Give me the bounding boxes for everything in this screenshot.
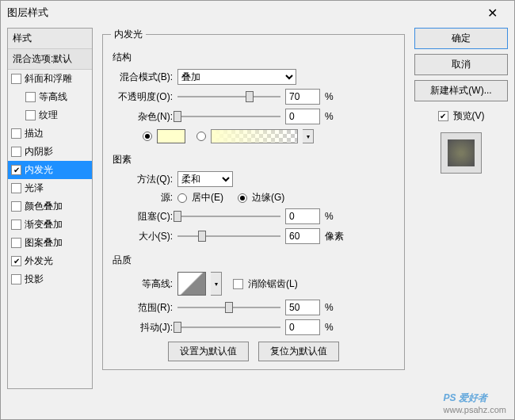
pct-label: %: [325, 91, 334, 102]
right-buttons: 确定 取消 新建样式(W)... 预览(V): [414, 28, 508, 389]
sidebar-item-0[interactable]: 斜面和浮雕: [8, 70, 92, 88]
antialias-checkbox[interactable]: [233, 279, 243, 289]
style-checkbox[interactable]: [11, 256, 21, 266]
layer-style-dialog: 图层样式 ✕ 样式 混合选项:默认 斜面和浮雕等高线纹理描边内阴影内发光光泽颜色…: [0, 0, 515, 420]
opacity-input[interactable]: 70: [285, 89, 320, 105]
color-radio[interactable]: [143, 132, 152, 141]
style-label: 内阴影: [25, 145, 53, 158]
style-label: 内发光: [25, 163, 53, 177]
antialias-label: 消除锯齿(L): [248, 277, 298, 291]
quality-heading: 品质: [113, 254, 396, 267]
structure-heading: 结构: [113, 51, 396, 64]
style-label: 图案叠加: [25, 236, 63, 250]
pct-label: %: [325, 322, 334, 333]
main-panel: 内发光 结构 混合模式(B): 叠加 不透明度(O): 70 % 杂色(N): …: [99, 28, 408, 389]
style-checkbox[interactable]: [25, 92, 36, 102]
choke-slider[interactable]: [177, 209, 280, 223]
noise-slider[interactable]: [177, 109, 280, 124]
noise-label: 杂色(N):: [111, 110, 173, 124]
sidebar-item-2[interactable]: 纹理: [8, 106, 92, 124]
preview-checkbox[interactable]: [438, 111, 448, 121]
range-label: 范围(R):: [111, 301, 173, 315]
style-checkbox[interactable]: [11, 201, 21, 212]
style-label: 描边: [25, 127, 44, 140]
style-checkbox[interactable]: [11, 165, 21, 175]
opacity-slider[interactable]: [177, 90, 280, 104]
source-edge-radio[interactable]: [238, 193, 247, 203]
opacity-label: 不透明度(O):: [111, 90, 173, 104]
cancel-button[interactable]: 取消: [414, 54, 508, 75]
style-checkbox[interactable]: [11, 74, 21, 84]
gradient-swatch[interactable]: [211, 129, 298, 143]
inner-glow-group: 内发光 结构 混合模式(B): 叠加 不透明度(O): 70 % 杂色(N): …: [102, 28, 405, 370]
style-label: 颜色叠加: [25, 200, 63, 213]
titlebar: 图层样式 ✕: [1, 1, 514, 25]
jitter-label: 抖动(J):: [111, 321, 173, 334]
ok-button[interactable]: 确定: [414, 28, 508, 49]
preview-label: 预览(V): [453, 109, 485, 123]
blending-options[interactable]: 混合选项:默认: [8, 49, 92, 70]
set-default-button[interactable]: 设置为默认值: [168, 342, 249, 361]
noise-input[interactable]: 0: [285, 109, 320, 124]
styles-sidebar: 样式 混合选项:默认 斜面和浮雕等高线纹理描边内阴影内发光光泽颜色叠加渐变叠加图…: [7, 28, 93, 389]
contour-dropdown-icon[interactable]: ▾: [211, 272, 222, 296]
contour-label: 等高线:: [111, 277, 173, 291]
color-swatch[interactable]: [157, 129, 185, 143]
dialog-title: 图层样式: [7, 6, 476, 20]
sidebar-item-11[interactable]: 投影: [8, 270, 92, 288]
style-checkbox[interactable]: [11, 220, 21, 230]
preview-thumbnail: [441, 132, 482, 174]
size-slider[interactable]: [177, 229, 280, 243]
sidebar-item-6[interactable]: 光泽: [8, 179, 92, 197]
sidebar-item-5[interactable]: 内发光: [8, 161, 92, 179]
blend-mode-select[interactable]: 叠加: [177, 69, 296, 85]
jitter-input[interactable]: 0: [285, 319, 320, 335]
style-label: 投影: [25, 273, 44, 286]
technique-select[interactable]: 柔和: [177, 171, 233, 187]
style-checkbox[interactable]: [11, 183, 21, 193]
pct-label: %: [325, 302, 334, 313]
source-center-radio[interactable]: [177, 193, 187, 203]
panel-legend: 内发光: [111, 28, 146, 41]
style-label: 外发光: [25, 254, 53, 268]
jitter-slider[interactable]: [177, 320, 280, 334]
source-edge-label: 边缘(G): [252, 191, 284, 204]
gradient-dropdown-icon[interactable]: ▾: [303, 129, 314, 143]
new-style-button[interactable]: 新建样式(W)...: [414, 80, 508, 101]
close-icon[interactable]: ✕: [476, 2, 508, 24]
gradient-radio[interactable]: [196, 132, 206, 141]
style-label: 纹理: [39, 109, 58, 122]
range-slider[interactable]: [177, 300, 280, 315]
style-checkbox[interactable]: [25, 110, 36, 120]
contour-picker[interactable]: [177, 272, 206, 296]
range-input[interactable]: 50: [285, 300, 320, 315]
blend-mode-label: 混合模式(B):: [111, 71, 173, 84]
size-label: 大小(S):: [111, 230, 173, 243]
sidebar-item-9[interactable]: 图案叠加: [8, 234, 92, 252]
sidebar-item-3[interactable]: 描边: [8, 124, 92, 143]
style-checkbox[interactable]: [11, 238, 21, 248]
style-label: 光泽: [25, 181, 44, 195]
style-label: 等高线: [39, 90, 67, 104]
sidebar-item-4[interactable]: 内阴影: [8, 143, 92, 161]
elements-heading: 图素: [113, 153, 396, 166]
size-input[interactable]: 60: [285, 228, 320, 244]
sidebar-item-1[interactable]: 等高线: [8, 88, 92, 106]
source-center-label: 居中(E): [192, 191, 223, 204]
sidebar-header: 样式: [8, 29, 92, 49]
style-label: 斜面和浮雕: [25, 72, 72, 86]
style-label: 渐变叠加: [25, 218, 63, 231]
watermark: PS 爱好者 www.psahz.com: [444, 387, 506, 414]
pct-label: %: [325, 211, 334, 222]
style-checkbox[interactable]: [11, 147, 21, 157]
choke-input[interactable]: 0: [285, 208, 320, 224]
style-checkbox[interactable]: [11, 128, 21, 139]
style-checkbox[interactable]: [11, 274, 21, 284]
sidebar-item-8[interactable]: 渐变叠加: [8, 216, 92, 234]
sidebar-item-7[interactable]: 颜色叠加: [8, 197, 92, 216]
reset-default-button[interactable]: 复位为默认值: [258, 342, 339, 361]
choke-label: 阻塞(C):: [111, 210, 173, 223]
pct-label: %: [325, 111, 334, 122]
sidebar-item-10[interactable]: 外发光: [8, 252, 92, 270]
technique-label: 方法(Q):: [111, 173, 173, 186]
